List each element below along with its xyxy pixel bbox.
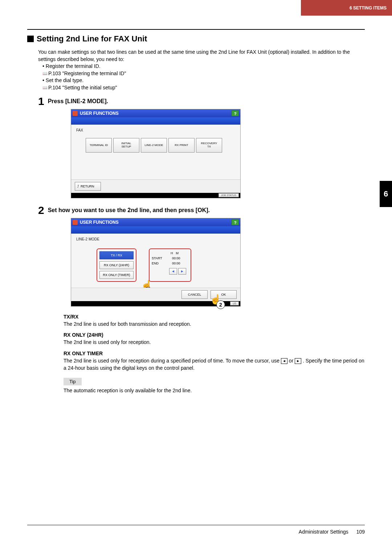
step-2-title: Set how you want to use the 2nd line, an…: [48, 205, 210, 214]
section-title: Setting 2nd Line for FAX Unit: [27, 34, 365, 44]
end-label: END: [152, 262, 166, 265]
cursor-right-button[interactable]: ►: [178, 268, 186, 275]
end-value: 00:00: [172, 262, 180, 265]
rx-print-button[interactable]: RX PRINT: [168, 138, 195, 153]
section-intro: You can make settings so that two lines …: [27, 49, 365, 63]
terminal-id-button[interactable]: TERMINAL ID: [86, 138, 112, 153]
footer-rule: [27, 525, 365, 525]
tip-label: Tip: [64, 378, 82, 385]
rxtimer-heading: RX ONLY TIMER: [64, 350, 365, 357]
step-1: 1 Press [LINE-2 MODE].: [27, 96, 365, 107]
device1-toolbar: [71, 117, 240, 125]
device-screenshot-2: USER FUNCTIONS ? LINE-2 MODE TX / RX RX …: [71, 218, 241, 307]
txrx-heading: TX/RX: [64, 313, 365, 320]
device1-breadcrumb: FAX: [76, 128, 235, 132]
rule-top: [27, 29, 365, 30]
page-footer: Administrator Settings 109: [27, 525, 365, 535]
device1-app-icon: [73, 111, 78, 116]
prereq-list: Register the terminal ID. P.103 "Registe…: [27, 63, 365, 91]
device2-job-status[interactable]: US: [230, 301, 239, 305]
device2-titlebar: USER FUNCTIONS ?: [71, 218, 240, 226]
start-label: START: [152, 256, 166, 260]
footer-section-label: Administrator Settings: [299, 529, 348, 535]
device2-app-icon: [73, 220, 78, 225]
cancel-button[interactable]: CANCEL: [181, 290, 208, 299]
rx24-option-button[interactable]: RX ONLY (24HR): [99, 261, 134, 269]
device1-title: USER FUNCTIONS: [80, 111, 119, 116]
device1-help-button[interactable]: ?: [232, 110, 239, 116]
step-2: 2 Set how you want to use the 2nd line, …: [27, 205, 365, 216]
time-head-h: H: [171, 251, 173, 255]
time-head-m: M: [176, 251, 179, 255]
prereq-item-2: Set the dial type. P.104 "Setting the in…: [42, 77, 365, 91]
tip-box: Tip The automatic reception is only avai…: [64, 378, 365, 393]
time-highlight-box: H M START 00:00 END 00:00 ◄ ►: [149, 248, 191, 282]
prereq-item-1: Register the terminal ID. P.103 "Registe…: [42, 63, 365, 77]
return-button[interactable]: ⤴ RETURN: [75, 182, 101, 191]
header-chapter-text: 6 SETTING ITEMS: [350, 5, 387, 11]
device2-help-button[interactable]: ?: [232, 219, 239, 225]
step-2-number: 2: [38, 205, 44, 216]
device2-title: USER FUNCTIONS: [80, 220, 119, 225]
start-value: 00:00: [172, 256, 180, 260]
key-left-icon: ◄: [281, 358, 287, 364]
device1-footer: ⤴ RETURN: [71, 179, 240, 193]
device1-titlebar: USER FUNCTIONS ?: [71, 109, 240, 117]
tip-text: The automatic reception is only availabl…: [64, 388, 365, 393]
job-status-button[interactable]: JOB STATUS: [219, 193, 239, 197]
step-1-number: 1: [38, 96, 44, 107]
footer-page-number: 109: [356, 529, 365, 535]
header-chapter: 6 SETTING ITEMS: [301, 0, 392, 16]
device2-breadcrumb: LINE-2 MODE: [76, 237, 235, 241]
device2-toolbar: [71, 226, 240, 234]
key-right-icon: ►: [295, 358, 301, 364]
line2mode-button[interactable]: LINE-2 MODE: [141, 138, 167, 153]
rxtimer-body: The 2nd line is used only for reception …: [64, 357, 365, 372]
recovery-tx-button[interactable]: RECOVERY TX: [196, 138, 222, 153]
prereq-ref-2: P.104 "Setting the initial setup": [42, 84, 365, 92]
step-1-title: Press [LINE-2 MODE].: [48, 96, 108, 105]
chapter-side-tab: 6: [380, 181, 392, 207]
device1-statusbar: JOB STATUS: [71, 193, 240, 198]
rxtimer-option-button[interactable]: RX ONLY (TIMER): [99, 271, 134, 279]
rx24-body: The 2nd line is used only for reception.: [64, 339, 365, 346]
initial-setup-button[interactable]: INITIAL SETUP: [113, 138, 139, 153]
txrx-body: The 2nd line is used for both transmissi…: [64, 320, 365, 328]
rx24-heading: RX ONLY (24HR): [64, 331, 365, 339]
option-highlight-box: TX / RX RX ONLY (24HR) RX ONLY (TIMER): [97, 248, 136, 282]
txrx-option-button[interactable]: TX / RX: [99, 251, 134, 259]
device-screenshot-1: USER FUNCTIONS ? FAX TERMINAL ID INITIAL…: [71, 109, 241, 198]
callout-number-2: 2: [216, 300, 225, 309]
cursor-left-button[interactable]: ◄: [169, 268, 177, 275]
device2-statusbar: ☝ 2 US: [71, 301, 240, 306]
prereq-ref-1: P.103 "Registering the terminal ID": [42, 70, 365, 77]
return-arrow-icon: ⤴: [77, 185, 79, 188]
